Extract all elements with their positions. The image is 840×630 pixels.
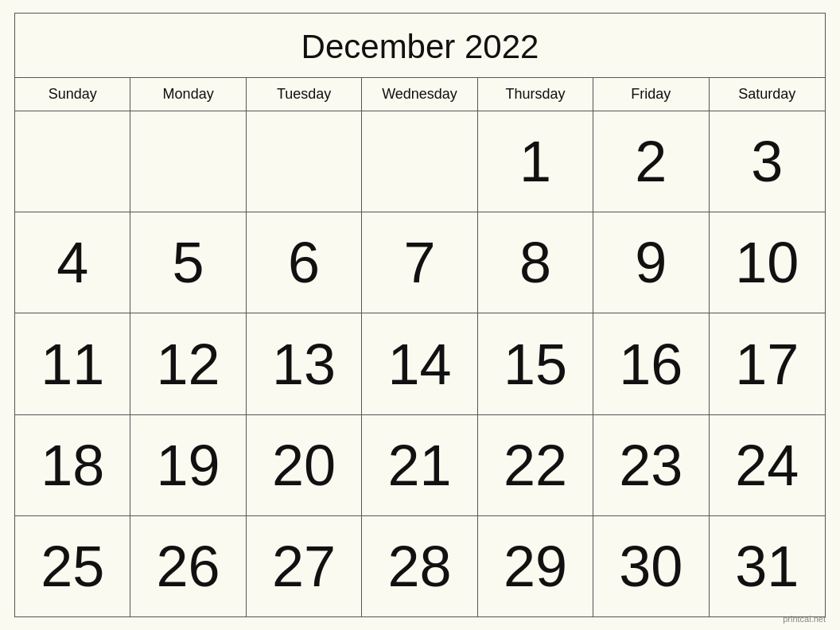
day-cell-15: 15 xyxy=(478,313,593,414)
day-header-tuesday: Tuesday xyxy=(247,78,362,111)
day-cell-16: 16 xyxy=(593,313,709,414)
day-cell-19: 19 xyxy=(130,415,246,515)
day-cell-20: 20 xyxy=(247,415,362,515)
day-cell-18: 18 xyxy=(15,415,130,515)
day-cell-25: 25 xyxy=(15,516,130,616)
day-cell-7: 7 xyxy=(362,212,477,313)
day-cell-empty-0-2 xyxy=(247,111,362,212)
day-header-saturday: Saturday xyxy=(710,78,825,111)
day-cell-8: 8 xyxy=(478,212,593,313)
day-cell-27: 27 xyxy=(247,516,362,616)
week-row-2: 45678910 xyxy=(15,212,825,313)
day-cell-11: 11 xyxy=(15,313,130,414)
week-row-4: 18192021222324 xyxy=(15,415,825,516)
day-cell-1: 1 xyxy=(478,111,593,212)
day-cell-31: 31 xyxy=(710,516,825,616)
day-cell-26: 26 xyxy=(130,516,246,616)
day-cell-13: 13 xyxy=(247,313,362,414)
day-cell-28: 28 xyxy=(362,516,477,616)
week-row-1: 123 xyxy=(15,111,825,212)
day-cell-4: 4 xyxy=(15,212,130,313)
day-cell-6: 6 xyxy=(247,212,362,313)
day-cell-empty-0-1 xyxy=(130,111,246,212)
calendar-grid: SundayMondayTuesdayWednesdayThursdayFrid… xyxy=(15,78,825,616)
calendar: December 2022 SundayMondayTuesdayWednesd… xyxy=(14,13,826,617)
week-row-5: 25262728293031 xyxy=(15,516,825,616)
day-header-friday: Friday xyxy=(593,78,709,111)
day-cell-14: 14 xyxy=(362,313,477,414)
day-header-wednesday: Wednesday xyxy=(362,78,477,111)
day-cell-10: 10 xyxy=(710,212,825,313)
week-row-3: 11121314151617 xyxy=(15,313,825,414)
day-cell-17: 17 xyxy=(710,313,825,414)
calendar-title: December 2022 xyxy=(15,14,825,78)
day-cell-22: 22 xyxy=(478,415,593,515)
day-header-sunday: Sunday xyxy=(15,78,130,111)
day-header-thursday: Thursday xyxy=(478,78,593,111)
weeks-container: 1234567891011121314151617181920212223242… xyxy=(15,111,825,616)
watermark: printcal.net xyxy=(783,614,826,624)
day-cell-29: 29 xyxy=(478,516,593,616)
day-cell-24: 24 xyxy=(710,415,825,515)
day-cell-3: 3 xyxy=(710,111,825,212)
day-cell-30: 30 xyxy=(593,516,709,616)
day-cell-5: 5 xyxy=(130,212,246,313)
day-cell-empty-0-0 xyxy=(15,111,130,212)
day-cell-21: 21 xyxy=(362,415,477,515)
day-cell-2: 2 xyxy=(593,111,709,212)
day-headers-row: SundayMondayTuesdayWednesdayThursdayFrid… xyxy=(15,78,825,111)
day-cell-9: 9 xyxy=(593,212,709,313)
day-cell-empty-0-3 xyxy=(362,111,477,212)
day-header-monday: Monday xyxy=(130,78,246,111)
day-cell-12: 12 xyxy=(130,313,246,414)
day-cell-23: 23 xyxy=(593,415,709,515)
